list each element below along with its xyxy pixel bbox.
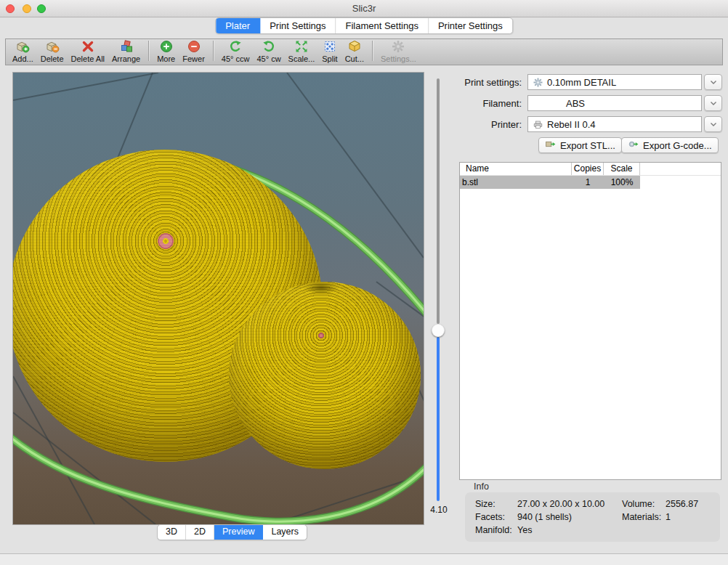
window-title: Slic3r — [0, 3, 728, 14]
export-stl-icon — [545, 139, 557, 152]
footer-strip — [0, 554, 728, 565]
size-label: Size: — [475, 499, 496, 509]
column-header-scale[interactable]: Scale — [604, 163, 640, 175]
tab-preview[interactable]: Preview — [214, 525, 263, 540]
cell-scale: 100% — [604, 176, 640, 189]
cell-name: b.stl — [460, 176, 572, 189]
print-settings-combo[interactable]: 0.10mm DETAIL — [527, 74, 702, 90]
size-value: 27.00 x 20.00 x 10.00 — [517, 499, 604, 509]
arrange-label: Arrange — [112, 54, 140, 63]
rotate-ccw-label: 45° ccw — [222, 54, 250, 63]
tab-layers[interactable]: Layers — [263, 525, 307, 540]
manifold-label: Manifold: — [475, 525, 512, 535]
fewer-button[interactable]: Fewer — [179, 38, 209, 63]
more-label: More — [157, 54, 175, 63]
slider-value: 4.10 — [424, 505, 453, 515]
scale-icon — [294, 39, 309, 54]
arrange-icon — [119, 39, 134, 54]
printer-label: Printer: — [413, 119, 522, 130]
layer-slider[interactable] — [432, 78, 445, 514]
slic3r-window: Slic3r Plater Print Settings Filament Se… — [0, 0, 728, 565]
filament-value: ABS — [566, 98, 585, 109]
print-settings-label: Print settings: — [413, 77, 522, 88]
export-gcode-label: Export G-code... — [643, 140, 712, 151]
tab-2d[interactable]: 2D — [186, 525, 214, 540]
tab-printer-settings[interactable]: Printer Settings — [429, 18, 512, 33]
cut-label: Cut... — [345, 54, 364, 63]
delete-all-button[interactable]: Delete All — [68, 38, 108, 63]
delete-all-label: Delete All — [71, 54, 105, 63]
column-header-name[interactable]: Name — [460, 163, 572, 175]
scale-button[interactable]: Scale... — [285, 38, 319, 63]
column-header-empty — [640, 163, 721, 175]
print-settings-dropdown-button[interactable] — [704, 74, 722, 90]
volume-label: Volume: — [622, 499, 655, 509]
materials-value: 1 — [666, 512, 671, 522]
rotate-cw-icon — [262, 39, 276, 54]
tab-print-settings[interactable]: Print Settings — [260, 18, 336, 33]
cell-copies: 1 — [572, 176, 604, 189]
arrange-button[interactable]: Arrange — [108, 38, 144, 63]
view-mode-tab-bar: 3D 2D Preview Layers — [157, 524, 307, 540]
export-stl-label: Export STL... — [560, 140, 615, 151]
printer-combo[interactable]: Rebel II 0.4 — [527, 116, 702, 132]
export-gcode-button[interactable]: Export G-code... — [621, 137, 719, 153]
printer-icon — [533, 119, 543, 130]
main-tab-bar: Plater Print Settings Filament Settings … — [215, 17, 513, 34]
filament-combo[interactable]: ABS — [527, 95, 702, 111]
settings-button[interactable]: Settings... — [377, 38, 420, 63]
split-label: Split — [322, 54, 337, 63]
toolbar-separator — [213, 41, 214, 61]
fewer-icon — [187, 39, 201, 54]
tab-3d[interactable]: 3D — [158, 525, 186, 540]
delete-all-icon — [81, 39, 95, 54]
slider-track-upper[interactable] — [437, 78, 440, 324]
table-header: Name Copies Scale — [460, 163, 721, 176]
cut-button[interactable]: Cut... — [341, 38, 368, 63]
fewer-label: Fewer — [182, 54, 205, 63]
rotate-ccw-icon — [228, 39, 243, 54]
chevron-down-icon — [708, 77, 719, 87]
printer-dropdown-button[interactable] — [704, 116, 722, 132]
slider-track-lower[interactable] — [437, 337, 440, 501]
more-button[interactable]: More — [153, 38, 179, 63]
filament-label: Filament: — [413, 98, 522, 109]
table-row[interactable]: b.stl 1 100% — [460, 176, 640, 189]
column-header-copies[interactable]: Copies — [572, 163, 604, 175]
split-button[interactable]: Split — [318, 38, 341, 63]
manifold-value: Yes — [517, 525, 532, 535]
tab-filament-settings[interactable]: Filament Settings — [336, 18, 428, 33]
settings-label: Settings... — [381, 54, 416, 63]
chevron-down-icon — [708, 119, 719, 129]
filament-dropdown-button[interactable] — [704, 95, 722, 111]
rotate-cw-label: 45° cw — [256, 54, 280, 63]
delete-button[interactable]: Delete — [37, 38, 68, 63]
gear-icon — [533, 77, 543, 88]
export-stl-button[interactable]: Export STL... — [538, 137, 622, 153]
object-list-table[interactable]: Name Copies Scale b.stl 1 100% — [459, 162, 721, 480]
cut-icon — [347, 39, 362, 54]
3d-viewport[interactable] — [13, 73, 424, 524]
printer-value: Rebel II 0.4 — [547, 119, 596, 130]
model-sphere-small[interactable] — [229, 282, 421, 469]
materials-label: Materials: — [622, 512, 661, 522]
tab-plater[interactable]: Plater — [216, 18, 260, 33]
add-button[interactable]: Add... — [9, 38, 37, 63]
rotate-ccw-button[interactable]: 45° ccw — [218, 38, 254, 63]
add-label: Add... — [12, 54, 33, 63]
info-panel-title: Info — [474, 481, 489, 492]
settings-icon — [391, 39, 405, 54]
toolbar-separator — [372, 41, 373, 61]
plater-toolbar: Add... Delete Delete All Arrange More — [5, 38, 723, 65]
facets-value: 940 (1 shells) — [517, 512, 572, 522]
title-bar: Slic3r — [0, 0, 728, 17]
facets-label: Facets: — [475, 512, 505, 522]
export-gcode-icon — [628, 139, 639, 152]
scale-label: Scale... — [288, 54, 315, 63]
add-icon — [15, 39, 31, 54]
rotate-cw-button[interactable]: 45° cw — [253, 38, 284, 63]
delete-icon — [44, 39, 60, 54]
print-settings-value: 0.10mm DETAIL — [547, 77, 616, 88]
chevron-down-icon — [708, 98, 719, 108]
slider-thumb[interactable] — [432, 324, 445, 337]
